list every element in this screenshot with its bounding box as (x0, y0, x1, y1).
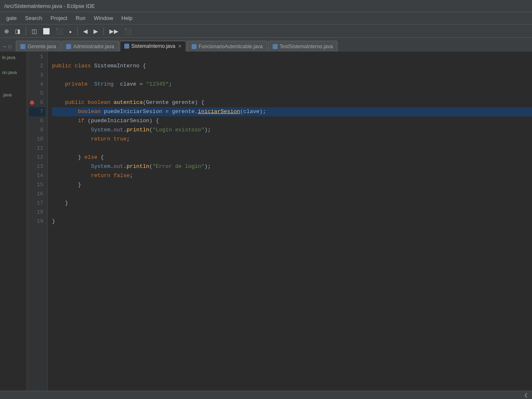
code-line-1 (52, 52, 532, 62)
menu-project[interactable]: Project (47, 14, 71, 22)
tab-label-testsistema: TestSistemaInterno.java (280, 44, 333, 49)
tab-administrador[interactable]: Administrador.java (62, 41, 119, 52)
toolbar-btn-run[interactable]: ▶▶ (107, 27, 121, 35)
line-num-11: 11 (29, 144, 45, 153)
line-num-17: 17 (29, 199, 45, 208)
line-num-3: 3 (29, 71, 45, 80)
tab-minimize-icon[interactable]: ─ (2, 44, 7, 50)
sidebar-file-empty3 (0, 84, 27, 91)
line-num-5: 5 (29, 89, 45, 98)
code-line-5 (52, 89, 532, 98)
editor-area: le.java on.java .java 1 2 3 4 5 6 7 8 9 … (0, 52, 532, 391)
sidebar-file-empty2 (0, 76, 27, 84)
toolbar-btn-6[interactable]: ⬥ (66, 27, 74, 35)
line-num-16: 16 (29, 190, 45, 199)
tab-label-sistemainterno: SistemaInterno.java (131, 43, 175, 49)
title-bar: /src/SistemaInterno.java - Eclipse IDE (0, 0, 532, 12)
toolbar: ⊕ ◨ ◫ ⬜ ⬛ ⬥ ◀ ▶ ▶▶ ⬛ (0, 24, 532, 37)
code-line-8: if (puedeIniciarSesion) { (52, 116, 532, 126)
toolbar-btn-stop[interactable]: ⬛ (122, 27, 133, 35)
code-line-19: } (52, 217, 532, 226)
tab-bar: ─ □ Gerente.java Administrador.java Sist… (0, 37, 532, 52)
code-line-9: System.out.println("Login existoso"); (52, 126, 532, 135)
tab-label-gerente: Gerente.java (27, 44, 56, 49)
toolbar-btn-2[interactable]: ◨ (13, 27, 22, 35)
code-line-12: } else { (52, 153, 532, 162)
line-num-14: 14 (29, 171, 45, 180)
line-num-15: 15 (29, 180, 45, 190)
tab-icon-funcionario (192, 44, 197, 49)
toolbar-btn-3[interactable]: ◫ (30, 27, 39, 35)
code-line-14: return false; (52, 171, 532, 180)
line-num-12: 12 (29, 153, 45, 162)
sidebar-file-le[interactable]: le.java (0, 54, 27, 61)
toolbar-btn-5[interactable]: ⬛ (54, 27, 65, 35)
code-line-15: } (52, 180, 532, 190)
menu-search[interactable]: Search (21, 14, 46, 22)
tab-controls: ─ □ (2, 44, 12, 50)
tab-icon-testsistema (273, 44, 278, 49)
scroll-arrow-left[interactable]: ❮ (524, 392, 528, 398)
menu-bar: gate Search Project Run Window Help (0, 12, 532, 24)
code-line-16 (52, 190, 532, 199)
tab-maximize-icon[interactable]: □ (7, 44, 13, 50)
status-bar: ❮ (0, 391, 532, 399)
code-container: 1 2 3 4 5 6 7 8 9 10 11 12 13 14 15 16 1… (27, 52, 532, 391)
code-line-3 (52, 71, 532, 80)
line-num-10: 10 (29, 135, 45, 144)
line-num-13: 13 (29, 162, 45, 171)
toolbar-sep-1 (26, 27, 26, 35)
tab-close-sistemainterno[interactable]: ✕ (178, 44, 182, 49)
code-line-18 (52, 208, 532, 217)
sidebar-file-java[interactable]: .java (0, 91, 27, 99)
line-numbers: 1 2 3 4 5 6 7 8 9 10 11 12 13 14 15 16 1… (27, 52, 48, 391)
toolbar-sep-2 (77, 27, 78, 35)
toolbar-btn-new[interactable]: ⊕ (2, 27, 11, 35)
line-num-9: 9 (29, 126, 45, 135)
code-editor[interactable]: public class SistemaInterno { private St… (48, 52, 532, 391)
code-line-2: public class SistemaInterno { (52, 62, 532, 71)
menu-window[interactable]: Window (90, 14, 117, 22)
code-line-10: return true; (52, 135, 532, 144)
left-sidebar: le.java on.java .java (0, 52, 27, 391)
tab-label-funcionario: FuncionarioAutenticable.java (199, 44, 263, 49)
line-num-1: 1 (29, 52, 45, 62)
toolbar-btn-back[interactable]: ◀ (81, 27, 90, 35)
tab-icon-administrador (66, 44, 71, 49)
line-num-4: 4 (29, 80, 45, 89)
sidebar-file-empty1 (0, 61, 27, 69)
tab-gerente[interactable]: Gerente.java (16, 41, 61, 52)
title-text: /src/SistemaInterno.java - Eclipse IDE (4, 3, 95, 9)
toolbar-btn-4[interactable]: ⬜ (41, 27, 52, 35)
code-line-17: } (52, 199, 532, 208)
tab-funcionario[interactable]: FuncionarioAutenticable.java (187, 41, 267, 52)
tab-icon-sistemainterno (124, 44, 129, 49)
tab-icon-gerente (20, 44, 25, 49)
menu-help[interactable]: Help (117, 14, 137, 22)
tab-label-administrador: Administrador.java (73, 44, 114, 49)
tab-testsistema[interactable]: TestSistemaInterno.java (268, 41, 337, 52)
line-num-6: 6 (29, 98, 45, 107)
tab-sistemainterno[interactable]: SistemaInterno.java ✕ (120, 41, 186, 52)
code-line-4: private String clave = "12345"; (52, 80, 532, 89)
code-line-13: System.out.println("Error de login"); (52, 162, 532, 171)
line-num-7: 7 (29, 107, 45, 116)
line-num-18: 18 (29, 208, 45, 217)
code-line-6: public boolean autentica(Gerente gerente… (52, 98, 532, 107)
toolbar-btn-forward[interactable]: ▶ (91, 27, 100, 35)
menu-gate[interactable]: gate (2, 14, 21, 22)
toolbar-sep-3 (103, 27, 104, 35)
line-num-19: 19 (29, 217, 45, 226)
line-num-8: 8 (29, 116, 45, 126)
code-line-7: boolean puedeIniciarSesion = gerente.ini… (52, 107, 532, 116)
code-line-11 (52, 144, 532, 153)
line-num-2: 2 (29, 62, 45, 71)
menu-run[interactable]: Run (71, 14, 90, 22)
sidebar-file-on[interactable]: on.java (0, 69, 27, 76)
